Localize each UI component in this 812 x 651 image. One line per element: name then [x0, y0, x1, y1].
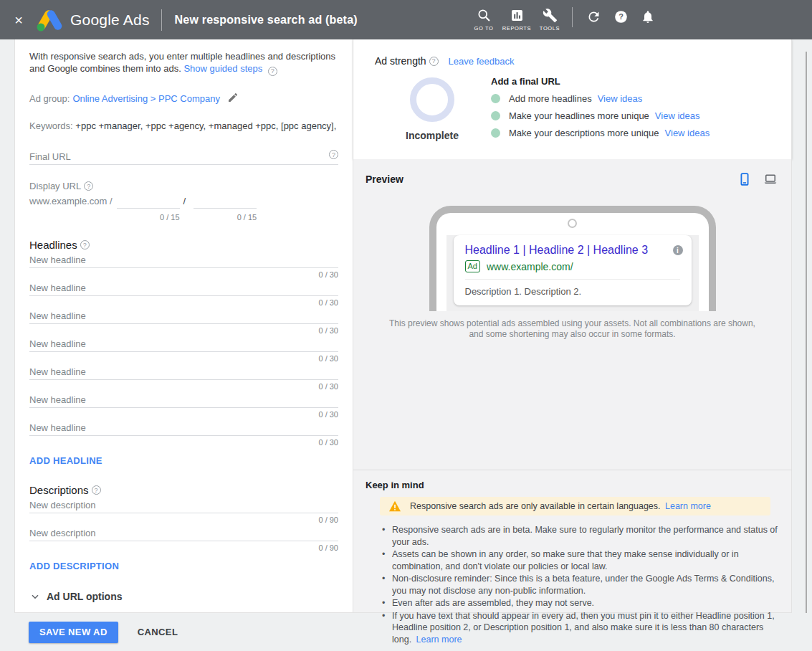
- warning-text: Responsive search ads are only available…: [410, 501, 711, 511]
- guided-steps-help-icon[interactable]: ?: [268, 67, 277, 76]
- description-2-input[interactable]: [29, 526, 338, 541]
- list-item-text: Assets can be shown in any order, so mak…: [392, 548, 778, 572]
- strength-action-title: Add a final URL: [491, 76, 710, 87]
- final-url-help-icon[interactable]: ?: [329, 150, 338, 159]
- description-1-input[interactable]: [29, 498, 338, 513]
- ad-url-row: Ad www.example.com/: [465, 260, 680, 272]
- headline-3-input[interactable]: [29, 308, 338, 324]
- warning-banner: Responsive search ads are only available…: [380, 497, 770, 515]
- headline-7-field: 0 / 30: [29, 420, 338, 447]
- list-item-text: Even after ads are assembled, they may n…: [392, 597, 594, 609]
- preview-disclaimer: This preview shows potential ads assembl…: [386, 318, 759, 339]
- headlines-title-text: Headlines: [29, 239, 77, 251]
- suggestion-row: Add more headlines View ideas: [491, 93, 710, 104]
- bullet-icon: •: [382, 597, 392, 609]
- list-item-text: Non-disclosure reminder: Since this is a…: [392, 573, 778, 597]
- bullet-icon: •: [382, 524, 392, 548]
- headline-1-field: 0 / 30: [29, 252, 338, 279]
- suggestion-text: Add more headlines: [509, 93, 592, 104]
- desktop-preview-icon[interactable]: [762, 172, 779, 186]
- display-path-2-input[interactable]: [194, 194, 257, 209]
- ad-badge: Ad: [465, 260, 480, 272]
- warning-learn-more-link[interactable]: Learn more: [665, 501, 711, 511]
- path-separator: /: [180, 196, 190, 209]
- ad-strength-help-icon[interactable]: ?: [429, 57, 439, 66]
- list-item: • Even after ads are assembled, they may…: [382, 597, 778, 609]
- mobile-preview-icon[interactable]: [737, 171, 752, 187]
- headline-6-input[interactable]: [29, 392, 338, 408]
- ad-strength-body: Incomplete Add a final URL Add more head…: [375, 74, 770, 141]
- list-item-text: Responsive search ads are in beta. Make …: [392, 524, 778, 548]
- suggestion-row: Make your headlines more unique View ide…: [491, 110, 710, 121]
- headline-6-field: 0 / 30: [29, 392, 338, 419]
- phone-camera-icon: [568, 219, 577, 228]
- headline-4-field: 0 / 30: [29, 336, 338, 363]
- ad-strength-header: Ad strength ? Leave feedback: [375, 55, 770, 67]
- refresh-icon[interactable]: [580, 9, 607, 24]
- preview-header: Preview: [366, 171, 779, 187]
- headlines-section-title: Headlines ?: [29, 239, 338, 251]
- display-url-counters: www.example.com / 0 / 15 / 0 / 15: [29, 209, 338, 222]
- display-path-1-field: [117, 194, 180, 209]
- topbar-divider: [161, 9, 162, 31]
- page-title: New responsive search ad (beta): [175, 14, 358, 27]
- path-2-counter: 0 / 15: [194, 213, 257, 222]
- descriptions-help-icon[interactable]: ?: [92, 485, 101, 495]
- headline-1-input[interactable]: [29, 252, 338, 268]
- notifications-bell-icon[interactable]: [634, 9, 661, 24]
- headline-2-field: 0 / 30: [29, 280, 338, 307]
- add-description-button[interactable]: ADD DESCRIPTION: [29, 561, 119, 571]
- ad-editor-panel: With responsive search ads, you enter mu…: [14, 39, 353, 613]
- close-icon[interactable]: ×: [11, 13, 26, 27]
- headlines-help-icon[interactable]: ?: [80, 240, 90, 250]
- headline-4-input[interactable]: [29, 336, 338, 352]
- keywords-label: Keywords:: [29, 120, 73, 131]
- headline-5-field: 0 / 30: [29, 364, 338, 391]
- brand-name: Google Ads: [70, 11, 150, 29]
- svg-text:?: ?: [618, 12, 624, 21]
- go-to-button[interactable]: GO TO: [467, 8, 500, 32]
- headline-5-input[interactable]: [29, 364, 338, 380]
- info-icon[interactable]: i: [673, 245, 683, 255]
- leave-feedback-link[interactable]: Leave feedback: [449, 56, 515, 67]
- show-guided-steps-link[interactable]: Show guided steps: [183, 63, 262, 74]
- description-2-field: 0 / 90: [29, 526, 338, 552]
- view-ideas-link[interactable]: View ideas: [598, 93, 643, 104]
- list-item: • Responsive search ads are in beta. Mak…: [382, 524, 778, 548]
- description-1-field: 0 / 90: [29, 498, 338, 524]
- ad-url-options-label: Ad URL options: [47, 591, 123, 602]
- tools-button[interactable]: TOOLS: [533, 8, 566, 32]
- keep-in-mind-panel: Keep in mind Responsive search ads are o…: [353, 470, 792, 613]
- google-ads-logo-icon: [36, 8, 65, 32]
- display-url-row: www.example.com / /: [29, 194, 338, 209]
- final-url-input[interactable]: [29, 149, 338, 165]
- display-url-label: Display URL ?: [29, 181, 338, 191]
- view-ideas-link[interactable]: View ideas: [655, 110, 700, 121]
- display-url-help-icon[interactable]: ?: [84, 181, 93, 191]
- reports-button[interactable]: REPORTS: [500, 8, 533, 32]
- keep-in-mind-title: Keep in mind: [366, 480, 773, 490]
- list-item: • Assets can be shown in any order, so m…: [382, 548, 778, 572]
- ad-group-link[interactable]: Online Advertising > PPC Company: [72, 93, 220, 104]
- headline-3-field: 0 / 30: [29, 308, 338, 335]
- save-new-ad-button[interactable]: SAVE NEW AD: [29, 622, 118, 643]
- google-ads-app: × Google Ads New responsive search ad (b…: [0, 0, 812, 651]
- phone-screen: Headline 1 | Headline 2 | Headline 3 i A…: [446, 235, 699, 311]
- display-url-label-text: Display URL: [29, 181, 81, 191]
- headline-7-counter: 0 / 30: [29, 438, 338, 447]
- headline-7-input[interactable]: [29, 420, 338, 436]
- view-ideas-link[interactable]: View ideas: [665, 128, 710, 138]
- headline-4-counter: 0 / 30: [29, 354, 338, 363]
- ad-url-options-toggle[interactable]: Ad URL options: [29, 591, 338, 602]
- help-icon[interactable]: ?: [607, 9, 634, 24]
- suggestion-text: Make your headlines more unique: [509, 110, 649, 121]
- edit-pencil-icon[interactable]: [227, 92, 239, 105]
- headline-6-counter: 0 / 30: [29, 410, 338, 419]
- display-url-base: www.example.com /: [29, 196, 113, 209]
- vertical-scrollbar[interactable]: [806, 52, 807, 613]
- display-path-1-input[interactable]: [117, 194, 180, 209]
- headline-2-input[interactable]: [29, 280, 338, 296]
- add-headline-button[interactable]: ADD HEADLINE: [29, 455, 102, 466]
- cancel-button[interactable]: CANCEL: [138, 627, 178, 637]
- final-url-field: ?: [29, 149, 338, 165]
